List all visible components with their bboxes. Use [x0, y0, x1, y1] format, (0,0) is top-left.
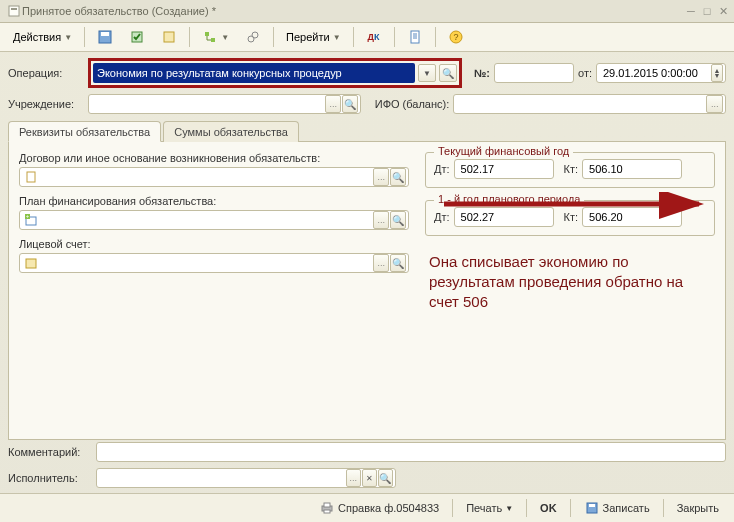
executor-clear[interactable]: ✕	[362, 469, 377, 487]
institution-picker[interactable]: …	[325, 95, 341, 113]
tree-icon	[202, 29, 218, 45]
help-button[interactable]: ?	[441, 25, 471, 49]
svg-rect-1	[11, 8, 17, 10]
cur-kt-field[interactable]	[582, 159, 682, 179]
operation-field[interactable]: Экономия по результатам конкурсных проце…	[93, 63, 415, 83]
current-year-legend: Текущий финансовый год	[434, 145, 573, 157]
plan-search[interactable]: 🔍	[390, 211, 406, 229]
app-window: Принятое обязательство (Создание) * ─ □ …	[0, 0, 734, 522]
operation-dropdown-button[interactable]: ▼	[418, 64, 436, 82]
print-form-label: Справка ф.0504833	[338, 502, 439, 514]
print-button[interactable]: Печать ▼	[457, 497, 522, 519]
print-label: Печать	[466, 502, 502, 514]
reread-button[interactable]	[154, 25, 184, 49]
post-icon	[129, 29, 145, 45]
executor-field[interactable]: … ✕ 🔍	[96, 468, 396, 488]
chevron-down-icon: ▼	[505, 504, 513, 513]
contract-input[interactable]	[40, 170, 372, 184]
executor-search[interactable]: 🔍	[378, 469, 393, 487]
date-field[interactable]: ▲▼	[596, 63, 726, 83]
refresh-icon	[161, 29, 177, 45]
operation-highlight: Экономия по результатам конкурсных проце…	[88, 58, 462, 88]
print-form-button[interactable]: Справка ф.0504833	[310, 497, 448, 519]
institution-input[interactable]	[93, 97, 324, 111]
operation-search-button[interactable]: 🔍	[439, 64, 457, 82]
actions-menu[interactable]: Действия ▼	[6, 25, 79, 49]
operation-label: Операция:	[8, 67, 84, 79]
chevron-down-icon: ▼	[333, 33, 341, 42]
disk-icon	[584, 500, 600, 516]
cur-dt-field[interactable]	[454, 159, 554, 179]
structure-button[interactable]: ▼	[195, 25, 236, 49]
titlebar: Принятое обязательство (Создание) * ─ □ …	[0, 0, 734, 23]
close-window-button[interactable]: ✕	[716, 5, 730, 17]
status-bar: Справка ф.0504833 Печать ▼ OK Записать З…	[0, 493, 734, 522]
goto-menu[interactable]: Перейти ▼	[279, 25, 348, 49]
svg-point-9	[252, 32, 258, 38]
printer-icon	[319, 500, 335, 516]
executor-picker[interactable]: …	[346, 469, 361, 487]
cur-kt-input[interactable]	[587, 162, 679, 176]
institution-field[interactable]: … 🔍	[88, 94, 361, 114]
date-stepper[interactable]: ▲▼	[711, 64, 723, 82]
table-add-icon: +	[24, 212, 38, 228]
plan-picker[interactable]: …	[373, 211, 389, 229]
dtkt-icon: ДК	[366, 29, 382, 45]
account-search[interactable]: 🔍	[390, 254, 406, 272]
tab-sums[interactable]: Суммы обязательства	[163, 121, 299, 142]
svg-rect-10	[411, 31, 419, 43]
cur-dt-input[interactable]	[459, 162, 551, 176]
link-icon	[245, 29, 261, 45]
dtkt-button[interactable]: ДК	[359, 25, 389, 49]
contract-field[interactable]: … 🔍	[19, 167, 409, 187]
report-button[interactable]	[400, 25, 430, 49]
svg-rect-0	[9, 6, 19, 16]
account-field[interactable]: … 🔍	[19, 253, 409, 273]
comment-label: Комментарий:	[8, 446, 92, 458]
date-from-label: от:	[578, 67, 592, 79]
svg-rect-7	[211, 38, 215, 42]
goto-label: Перейти	[286, 31, 330, 43]
help-icon: ?	[448, 29, 464, 45]
document-icon	[407, 29, 423, 45]
number-field[interactable]	[494, 63, 574, 83]
tab-requisites[interactable]: Реквизиты обязательства	[8, 121, 161, 142]
minimize-button[interactable]: ─	[684, 5, 698, 17]
save-button[interactable]: Записать	[575, 497, 659, 519]
link-button[interactable]	[238, 25, 268, 49]
maximize-button[interactable]: □	[700, 5, 714, 17]
post-close-button[interactable]	[122, 25, 152, 49]
contract-search[interactable]: 🔍	[390, 168, 406, 186]
ok-button[interactable]: OK	[531, 497, 566, 519]
ifo-field[interactable]: …	[453, 94, 726, 114]
post-button[interactable]	[90, 25, 120, 49]
ifo-input[interactable]	[458, 97, 705, 111]
account-input[interactable]	[40, 256, 372, 270]
footer-fields: Комментарий: Исполнитель: … ✕ 🔍	[8, 442, 726, 488]
svg-rect-6	[205, 32, 209, 36]
svg-rect-16	[27, 172, 35, 182]
executor-input[interactable]	[101, 471, 345, 485]
svg-rect-24	[324, 510, 330, 513]
operation-value: Экономия по результатам конкурсных проце…	[97, 67, 342, 79]
account-picker[interactable]: …	[373, 254, 389, 272]
date-input[interactable]	[601, 66, 710, 80]
institution-search[interactable]: 🔍	[342, 95, 358, 113]
comment-input[interactable]	[101, 445, 723, 459]
contract-picker[interactable]: …	[373, 168, 389, 186]
svg-rect-20	[26, 259, 36, 268]
plan-field[interactable]: + … 🔍	[19, 210, 409, 230]
plan-label: План финансирования обязательства:	[19, 195, 409, 207]
current-year-group: Текущий финансовый год Дт: Кт:	[425, 152, 715, 188]
document-icon	[24, 169, 38, 185]
chevron-down-icon: ▼	[64, 33, 72, 42]
window-title: Принятое обязательство (Создание) *	[22, 5, 682, 17]
content-area: Операция: Экономия по результатам конкур…	[0, 52, 734, 440]
number-input[interactable]	[499, 66, 571, 80]
comment-field[interactable]	[96, 442, 726, 462]
chevron-down-icon: ▼	[221, 33, 229, 42]
plan-input[interactable]	[40, 213, 372, 227]
ifo-picker[interactable]: …	[706, 95, 723, 113]
close-button[interactable]: Закрыть	[668, 497, 728, 519]
annotation-arrow	[439, 192, 719, 222]
